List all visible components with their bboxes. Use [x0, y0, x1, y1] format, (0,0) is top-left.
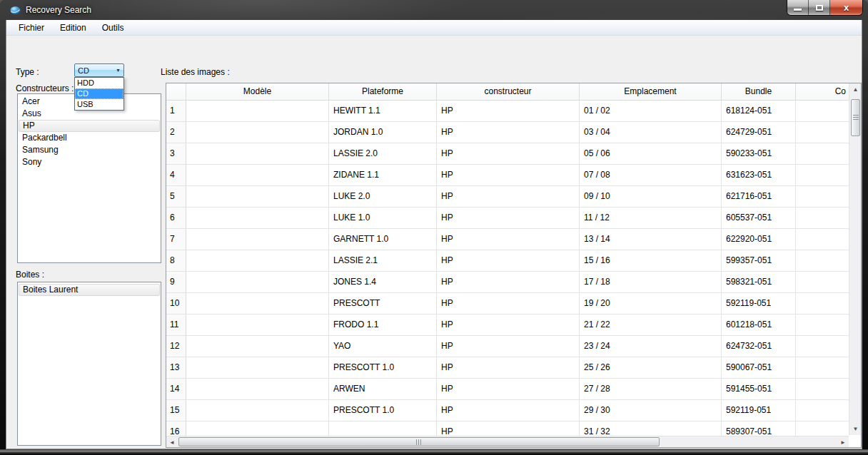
- table-row[interactable]: 10PRESCOTTHP19 / 20592119-051: [166, 293, 849, 315]
- cell-bundle: 624729-051: [722, 122, 796, 143]
- table-row[interactable]: 12YAOHP23 / 24624732-051: [166, 336, 849, 357]
- combo-option-usb[interactable]: USB: [75, 99, 123, 110]
- column-header-plateforme[interactable]: Plateforme: [329, 83, 437, 100]
- cell-constructeur: HP: [437, 165, 580, 185]
- table-row[interactable]: 9JONES 1.4HP17 / 18598321-051: [166, 272, 849, 293]
- cell-bundle: 605537-051: [722, 208, 796, 228]
- cell-bundle: 590067-051: [722, 357, 796, 378]
- table-row[interactable]: 1HEWITT 1.1HP01 / 02618124-051: [166, 101, 849, 122]
- list-item-packardbell[interactable]: Packardbell: [19, 132, 160, 144]
- column-header-emplacement[interactable]: Emplacement: [580, 83, 722, 100]
- cell-emplacement: 11 / 12: [580, 208, 722, 228]
- column-header-bundle[interactable]: Bundle: [722, 83, 796, 100]
- cell-num: 8: [166, 250, 186, 271]
- cell-co: [796, 143, 849, 164]
- table-row[interactable]: 15PRESCOTT 1.0HP29 / 30592119-051: [166, 400, 849, 421]
- column-header-blank[interactable]: [166, 83, 186, 100]
- table-row[interactable]: 4ZIDANE 1.1HP07 / 08631623-051: [166, 165, 849, 186]
- cell-plateforme: HEWITT 1.1: [329, 101, 437, 121]
- grip-icon: [853, 115, 859, 121]
- cell-emplacement: 21 / 22: [580, 315, 722, 335]
- scroll-up-icon[interactable]: ▲: [849, 83, 862, 96]
- column-header-constructeur[interactable]: constructeur: [437, 83, 580, 100]
- cell-co: [796, 315, 849, 335]
- cell-mod-le: [186, 357, 329, 378]
- cell-plateforme: PRESCOTT 1.0: [329, 400, 437, 421]
- table-row[interactable]: 11FRODO 1.1HP21 / 22601218-051: [166, 315, 849, 336]
- horizontal-scrollbar-thumb[interactable]: [178, 437, 660, 446]
- boites-list[interactable]: Boites Laurent: [17, 282, 161, 446]
- cell-emplacement: 31 / 32: [580, 421, 722, 436]
- table-row[interactable]: 2JORDAN 1.0HP03 / 04624729-051: [166, 122, 849, 143]
- cell-mod-le: [186, 400, 329, 421]
- menu-item-outils[interactable]: Outils: [94, 21, 132, 35]
- table-row[interactable]: 8LASSIE 2.1HP15 / 16599357-051: [166, 250, 849, 272]
- list-item-boites-laurent[interactable]: Boites Laurent: [19, 284, 160, 296]
- menu-item-fichier[interactable]: Fichier: [11, 21, 52, 35]
- cell-num: 3: [166, 143, 186, 164]
- vertical-scrollbar-thumb[interactable]: [851, 99, 860, 136]
- cell-co: [796, 421, 849, 436]
- cell-co: [796, 400, 849, 421]
- table-row[interactable]: 6LUKE 1.0HP11 / 12605537-051: [166, 208, 849, 229]
- combo-option-cd[interactable]: CD: [75, 88, 123, 99]
- cell-mod-le: [186, 293, 329, 314]
- close-button[interactable]: x: [830, 0, 862, 15]
- minimize-button[interactable]: [787, 0, 809, 15]
- images-list-label: Liste des images :: [161, 67, 230, 77]
- table-row[interactable]: 3LASSIE 2.0HP05 / 06590233-051: [166, 143, 849, 165]
- app-window: Recovery Search x FichierEditionOutils T…: [0, 0, 868, 455]
- cell-mod-le: [186, 421, 329, 436]
- cell-mod-le: [186, 186, 329, 207]
- cell-plateforme: PRESCOTT 1.0: [329, 357, 437, 378]
- cell-co: [796, 165, 849, 185]
- cell-plateforme: [329, 421, 437, 436]
- cell-constructeur: HP: [437, 143, 580, 164]
- menu-item-edition[interactable]: Edition: [52, 21, 94, 35]
- cell-bundle: 591455-051: [722, 379, 796, 399]
- cell-num: 7: [166, 229, 186, 250]
- scroll-down-icon[interactable]: ▼: [849, 423, 862, 435]
- scroll-right-icon[interactable]: ►: [837, 436, 849, 448]
- vertical-scrollbar[interactable]: ▲ ▼: [849, 83, 861, 435]
- constructeurs-list[interactable]: AcerAsusHPPackardbellSamsungSony: [17, 93, 161, 263]
- cell-emplacement: 05 / 06: [580, 143, 722, 164]
- cell-mod-le: [186, 122, 329, 143]
- cell-emplacement: 27 / 28: [580, 379, 722, 399]
- cell-co: [796, 186, 849, 207]
- cell-constructeur: HP: [437, 357, 580, 378]
- cell-plateforme: LASSIE 2.1: [329, 250, 437, 271]
- cell-emplacement: 19 / 20: [580, 293, 722, 314]
- cell-bundle: 621716-051: [722, 186, 796, 207]
- column-header-co[interactable]: Co: [796, 83, 849, 100]
- column-header-mod-le[interactable]: Modèle: [186, 83, 329, 100]
- cell-num: 6: [166, 208, 186, 228]
- list-item-samsung[interactable]: Samsung: [19, 144, 160, 156]
- horizontal-scrollbar[interactable]: ◄ ►: [166, 436, 849, 447]
- list-item-sony[interactable]: Sony: [19, 156, 160, 168]
- cell-constructeur: HP: [437, 379, 580, 399]
- window-title: Recovery Search: [26, 5, 91, 15]
- table-row[interactable]: 13PRESCOTT 1.0HP25 / 26590067-051: [166, 357, 849, 379]
- cell-co: [796, 250, 849, 271]
- cell-co: [796, 208, 849, 228]
- cell-mod-le: [186, 165, 329, 185]
- table-row[interactable]: 7GARNETT 1.0HP13 / 14622920-051: [166, 229, 849, 250]
- list-item-hp[interactable]: HP: [19, 120, 160, 132]
- cell-constructeur: HP: [437, 122, 580, 143]
- maximize-button[interactable]: [809, 0, 830, 15]
- type-combobox[interactable]: CD ▼: [74, 63, 124, 77]
- title-bar[interactable]: Recovery Search x: [0, 0, 868, 20]
- cell-num: 5: [166, 186, 186, 207]
- table-row[interactable]: 5LUKE 2.0HP09 / 10621716-051: [166, 186, 849, 208]
- close-icon: x: [844, 3, 849, 12]
- cell-num: 13: [166, 357, 186, 378]
- table-row[interactable]: 14ARWENHP27 / 28591455-051: [166, 379, 849, 400]
- combo-option-hdd[interactable]: HDD: [75, 78, 123, 88]
- table-row[interactable]: 16HP31 / 32589307-051: [166, 421, 849, 436]
- scroll-left-icon[interactable]: ◄: [166, 436, 178, 448]
- cell-emplacement: 23 / 24: [580, 336, 722, 357]
- cell-mod-le: [186, 101, 329, 121]
- cell-constructeur: HP: [437, 186, 580, 207]
- cell-emplacement: 03 / 04: [580, 122, 722, 143]
